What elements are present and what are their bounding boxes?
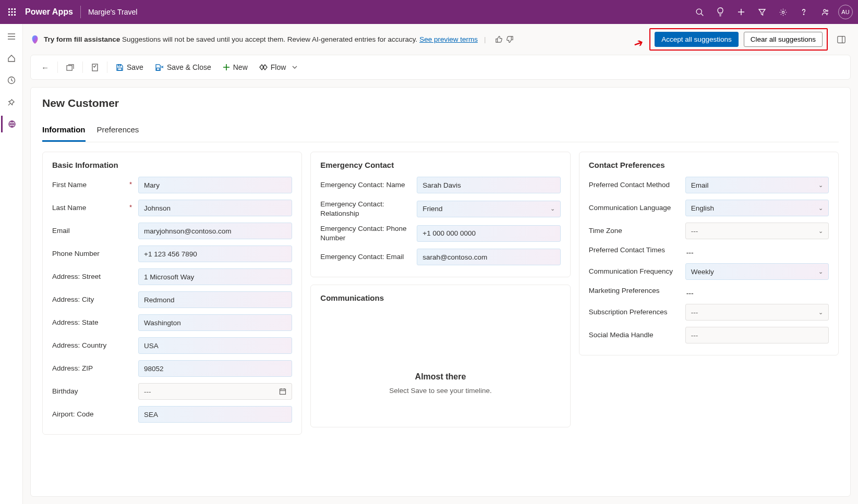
- teams-icon[interactable]: [814, 0, 835, 24]
- command-bar: ← Save Save & Close New Flow: [31, 55, 850, 79]
- country-input[interactable]: USA: [138, 337, 292, 354]
- recent-icon[interactable]: [2, 72, 21, 89]
- field-label: Emergency Contact: Relationship: [320, 200, 412, 218]
- svg-rect-7: [11, 14, 13, 16]
- checklist-button[interactable]: [87, 62, 103, 73]
- ec-name-input[interactable]: Sarah Davis: [417, 177, 560, 193]
- field-label: Time Zone: [589, 226, 680, 236]
- lastname-input[interactable]: Johnson: [138, 200, 292, 216]
- contact-method-select[interactable]: Email⌄: [685, 177, 829, 193]
- svg-rect-34: [280, 389, 286, 395]
- flow-button[interactable]: Flow: [255, 61, 302, 73]
- save-button[interactable]: Save: [112, 61, 148, 73]
- field-label: Marketing Preferences: [589, 286, 680, 296]
- entity-icon[interactable]: [1, 116, 20, 132]
- svg-rect-1: [11, 8, 13, 10]
- section-title: Basic Information: [52, 161, 292, 169]
- ec-relationship-select[interactable]: Friend⌄: [417, 201, 560, 217]
- field-label: Communication Frequency: [589, 267, 680, 276]
- calendar-icon[interactable]: [279, 388, 286, 395]
- chevron-down-icon: ⌄: [818, 205, 823, 212]
- language-select[interactable]: English⌄: [685, 200, 829, 216]
- suggestion-actions-highlight: ➔ Accept all suggestions Clear all sugge…: [649, 28, 828, 51]
- thumbs-down-icon[interactable]: [506, 35, 514, 43]
- chevron-down-icon: ⌄: [550, 205, 555, 212]
- field-label: Preferred Contact Method: [589, 180, 680, 190]
- brand-label: Power Apps: [25, 7, 73, 17]
- svg-rect-6: [8, 14, 10, 16]
- add-icon[interactable]: [731, 0, 752, 24]
- page-title: New Customer: [42, 97, 839, 109]
- open-new-window-button[interactable]: [62, 62, 78, 73]
- help-icon[interactable]: [793, 0, 814, 24]
- tabs: Information Preferences: [42, 121, 839, 142]
- airport-input[interactable]: SEA: [138, 406, 292, 423]
- home-icon[interactable]: [2, 50, 21, 67]
- contact-times-value[interactable]: ---: [685, 245, 829, 257]
- svg-rect-2: [14, 8, 16, 10]
- tab-preferences[interactable]: Preferences: [97, 121, 139, 142]
- svg-rect-8: [14, 14, 16, 16]
- suggestion-banner: Try form fill assistance Suggestions wil…: [30, 35, 645, 44]
- copilot-pane-toggle-icon[interactable]: [832, 30, 851, 49]
- frequency-select[interactable]: Weekly⌄: [685, 263, 829, 280]
- environment-name[interactable]: Margie's Travel: [88, 8, 137, 16]
- svg-point-15: [782, 11, 784, 13]
- field-label: Address: ZIP: [52, 364, 133, 373]
- birthday-input[interactable]: ---: [138, 383, 292, 400]
- new-button[interactable]: New: [219, 61, 252, 73]
- field-label: Address: City: [52, 295, 133, 304]
- svg-point-16: [803, 14, 804, 15]
- section-title: Communications: [320, 293, 560, 302]
- chevron-down-icon: ⌄: [818, 228, 823, 235]
- clear-all-button[interactable]: Clear all suggestions: [744, 32, 823, 47]
- firstname-input[interactable]: Mary: [138, 177, 292, 193]
- email-input[interactable]: maryjohnson@contoso.com: [138, 223, 292, 239]
- svg-rect-30: [118, 64, 121, 66]
- waffle-icon[interactable]: [5, 5, 19, 19]
- emergency-contact-section: Emergency Contact Emergency Contact: Nam…: [310, 152, 570, 277]
- street-input[interactable]: 1 Microsoft Way: [138, 268, 292, 285]
- social-input[interactable]: ---: [685, 327, 829, 343]
- basic-information-section: Basic Information First Name*Mary Last N…: [42, 152, 302, 435]
- svg-rect-29: [118, 68, 122, 70]
- search-icon[interactable]: [689, 0, 710, 24]
- subscription-select[interactable]: ---⌄: [685, 304, 829, 321]
- field-label: Birthday: [52, 387, 133, 396]
- accept-all-button[interactable]: Accept all suggestions: [655, 32, 738, 47]
- field-label: Emergency Contact: Email: [320, 252, 412, 262]
- gear-icon[interactable]: [772, 0, 793, 24]
- svg-rect-31: [156, 68, 159, 70]
- lightbulb-icon[interactable]: [710, 0, 731, 24]
- field-label: Emergency Contact: Name: [320, 180, 412, 190]
- field-label: Communication Language: [589, 203, 680, 213]
- field-label: Subscription Preferences: [589, 308, 680, 317]
- svg-line-10: [701, 14, 703, 16]
- copilot-icon: [30, 35, 40, 44]
- menu-icon[interactable]: [2, 28, 21, 45]
- ec-email-input[interactable]: sarah@contoso.com: [417, 249, 560, 265]
- field-label: First Name*: [52, 180, 133, 190]
- pin-icon[interactable]: [2, 94, 21, 110]
- zip-input[interactable]: 98052: [138, 360, 292, 377]
- state-input[interactable]: Washington: [138, 314, 292, 331]
- section-title: Emergency Contact: [320, 161, 560, 169]
- preview-terms-link[interactable]: See preview terms: [419, 35, 478, 43]
- svg-point-9: [696, 9, 702, 14]
- thumbs-up-icon[interactable]: [495, 35, 503, 43]
- timezone-select[interactable]: ---⌄: [685, 223, 829, 239]
- divider: [80, 6, 81, 18]
- avatar[interactable]: AU: [838, 5, 853, 19]
- city-input[interactable]: Redmond: [138, 291, 292, 308]
- ec-phone-input[interactable]: +1 000 000 0000: [417, 225, 560, 242]
- field-label: Address: Country: [52, 341, 133, 350]
- phone-input[interactable]: +1 123 456 7890: [138, 245, 292, 262]
- field-label: Last Name*: [52, 203, 133, 213]
- save-close-button[interactable]: Save & Close: [151, 61, 215, 73]
- svg-rect-3: [8, 11, 10, 13]
- svg-rect-25: [838, 36, 845, 43]
- tab-information[interactable]: Information: [42, 121, 86, 142]
- filter-icon[interactable]: [752, 0, 772, 24]
- marketing-value[interactable]: ---: [685, 286, 829, 298]
- back-button[interactable]: ←: [37, 61, 53, 74]
